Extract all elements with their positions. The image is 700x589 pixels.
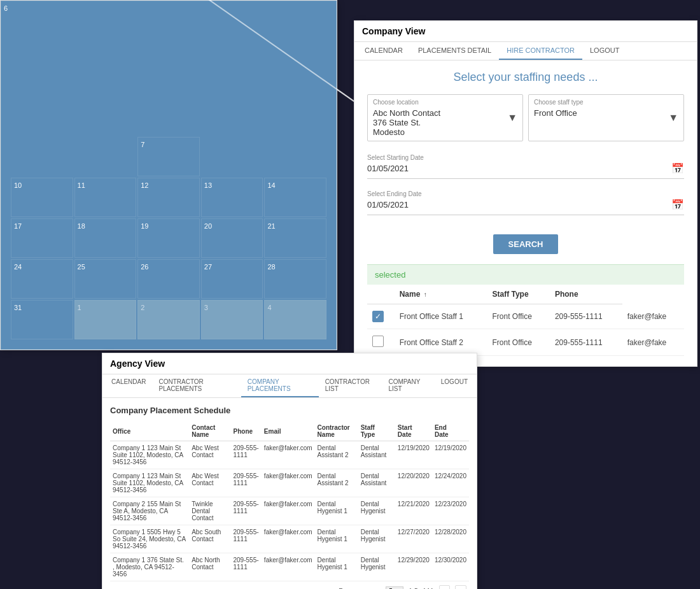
company-tab-logout[interactable]: LOGOUT xyxy=(582,42,627,60)
calendar-cell[interactable]: 25 xyxy=(74,259,137,299)
calendar-week-4: 17 18 19 20 21 xyxy=(11,218,326,258)
staff-type-dropdown-icon: ▼ xyxy=(668,112,678,124)
calendar-cell[interactable]: 27 xyxy=(201,259,263,299)
location-field[interactable]: Choose location Abc North Contact376 Sta… xyxy=(367,94,523,141)
calendar-cell[interactable]: 31 xyxy=(264,94,326,136)
search-button[interactable]: SEARCH xyxy=(493,234,559,254)
calendar-cell[interactable]: 24 xyxy=(11,259,73,299)
staffing-title: Select your staffing needs ... xyxy=(367,71,684,84)
calendar-cell[interactable]: 31 xyxy=(11,300,73,339)
contractor-tab-calendar[interactable]: CALENDAR xyxy=(6,22,67,42)
calendar-cell[interactable]: 21 xyxy=(264,218,326,258)
row-name-1: Front Office Staff 1 xyxy=(395,304,487,329)
company-tab-hire[interactable]: HIRE CONTRACTOR xyxy=(499,42,582,60)
table-footer: Rows per page: 5 1-5 of 11 ‹ › xyxy=(110,581,469,589)
agency-tab-logout[interactable]: LOGOUT xyxy=(435,374,474,397)
calendar-cell[interactable]: 4 xyxy=(74,137,137,176)
day-header-m: M xyxy=(74,77,137,92)
day-header-w: W xyxy=(200,77,263,92)
selected-banner: selected xyxy=(367,264,684,285)
calendar-week-6: 31 1 2 3 4 xyxy=(11,300,326,339)
pagination-next-button[interactable]: › xyxy=(455,585,466,589)
end-date-label: Select Ending Date xyxy=(367,190,684,197)
table-row: Company 1 123 Main St Suite 1102, Modest… xyxy=(110,469,469,497)
calendar-cell[interactable]: 7 xyxy=(137,137,200,176)
calendar-cell[interactable]: 1 xyxy=(74,300,137,339)
col-start-date: StartDate xyxy=(395,422,432,441)
contractor-tab-logout[interactable]: LOGOUT xyxy=(144,22,197,42)
col-contact: ContactName xyxy=(189,422,230,441)
pagination-prev-button[interactable]: ‹ xyxy=(439,585,451,589)
calendar-cell[interactable]: 29 Company2-Twinkle DentalContact xyxy=(137,94,200,136)
rows-per-page: Rows per page: 5 xyxy=(339,586,403,590)
calendar-cell[interactable]: 4 xyxy=(264,300,326,339)
calendar-cell[interactable]: 26 xyxy=(137,259,200,299)
row-name-2: Front Office Staff 2 xyxy=(395,329,487,356)
end-date-field: Select Ending Date 01/05/2021 📅 xyxy=(367,187,684,215)
contractor-nav: CALENDAR ASSIGNMENTS LOGOUT xyxy=(1,22,337,43)
staff-type-value: Front Office xyxy=(534,108,678,118)
calendar-cell[interactable]: 11 xyxy=(74,178,137,217)
calendar-cell[interactable]: 12 xyxy=(137,178,200,217)
location-dropdown-icon: ▼ xyxy=(507,112,517,124)
placement-table-header: Office ContactName Phone Email Contracto… xyxy=(110,422,469,441)
table-row: Company 1 5505 Hwy 5 So Suite 24, Modest… xyxy=(110,525,469,553)
col-header-name[interactable]: Name ↑ xyxy=(395,285,487,304)
staff-type-label: Choose staff type xyxy=(534,99,678,106)
end-date-value: 01/05/2021 xyxy=(367,200,409,209)
calendar-cell[interactable]: 17 xyxy=(11,218,73,258)
location-value: Abc North Contact376 State St.Modesto xyxy=(373,108,517,137)
calendar-container: January 2021 S M T W T 27 28 29 Company2… xyxy=(1,43,337,350)
agency-content: Company Placement Schedule Office Contac… xyxy=(102,398,477,589)
company-panel: Company View CALENDAR PLACEMENTS DETAIL … xyxy=(354,20,697,367)
calendar-week-2: 3 4 5 6 7 xyxy=(11,137,326,176)
calendar-cell[interactable]: 18 xyxy=(74,218,137,258)
calendar-cell[interactable]: 19 xyxy=(137,218,200,258)
agency-tab-company-list[interactable]: COMPANY LIST xyxy=(382,374,434,397)
end-date-calendar-icon[interactable]: 📅 xyxy=(671,199,684,211)
form-row-location-staff: Choose location Abc North Contact376 Sta… xyxy=(367,94,684,141)
location-label: Choose location xyxy=(373,99,517,106)
calendar-cell[interactable]: 10 xyxy=(11,178,73,217)
calendar-weeks: 27 28 29 Company2-Twinkle DentalContact … xyxy=(11,94,326,339)
calendar-cell[interactable]: 28 xyxy=(264,259,326,299)
day-header-t1: T xyxy=(137,77,200,92)
calendar-cell[interactable]: 30 xyxy=(201,94,263,136)
calendar-cell[interactable]: 3 xyxy=(201,300,263,339)
agency-panel-title: Agency View xyxy=(102,353,477,374)
row-phone-1: 209-555-1111 xyxy=(550,304,622,329)
table-row: Company 2 155 Main St Ste A, Modesto, CA… xyxy=(110,497,469,525)
calendar-cell[interactable]: 13 xyxy=(201,178,263,217)
col-header-checkbox xyxy=(367,285,395,304)
agency-nav: CALENDAR CONTRACTOR PLACEMENTS COMPANY P… xyxy=(102,374,477,398)
agency-tab-contractor-list[interactable]: CONTRACTOR LIST xyxy=(319,374,382,397)
col-email: Email xyxy=(262,422,315,441)
row-checkbox-1[interactable]: ✓ xyxy=(367,304,395,329)
day-header-t2: T xyxy=(263,77,326,92)
calendar-cell[interactable]: 27 xyxy=(11,94,73,136)
contractor-tab-assignments[interactable]: ASSIGNMENTS xyxy=(67,22,143,42)
table-row: Company 1 376 State St. , Modesto, CA 94… xyxy=(110,553,469,581)
row-checkbox-2[interactable] xyxy=(367,329,395,356)
calendar-cell[interactable]: 3 xyxy=(11,137,73,176)
row-email-2: faker@fake xyxy=(622,329,684,356)
agency-tab-company-placements[interactable]: COMPANY PLACEMENTS xyxy=(241,374,319,397)
agency-tab-contractor-placements[interactable]: CONTRACTOR PLACEMENTS xyxy=(152,374,241,397)
calendar-cell[interactable]: 2 xyxy=(137,300,200,339)
staff-type-field[interactable]: Choose staff type Front Office ▼ xyxy=(528,94,684,141)
agency-tab-calendar[interactable]: CALENDAR xyxy=(105,374,152,397)
col-header-staff-type: Staff Type xyxy=(487,285,549,304)
rows-per-page-select[interactable]: 5 xyxy=(386,586,403,590)
row-phone-2: 209-555-1111 xyxy=(550,329,622,356)
section-title: Company Placement Schedule xyxy=(110,406,469,415)
calendar-grid: S M T W T 27 28 29 Company2-Twinkle Dent… xyxy=(11,77,326,339)
calendar-cell[interactable]: 14 xyxy=(264,178,326,217)
agency-panel: Agency View CALENDAR CONTRACTOR PLACEMEN… xyxy=(102,353,477,589)
start-date-calendar-icon[interactable]: 📅 xyxy=(671,162,684,174)
calendar-header-row: S M T W T xyxy=(11,77,326,92)
calendar-cell[interactable]: 28 xyxy=(74,94,137,136)
company-tab-placements[interactable]: PLACEMENTS DETAIL xyxy=(410,42,499,60)
calendar-cell[interactable]: 20 xyxy=(201,218,263,258)
company-tab-calendar[interactable]: CALENDAR xyxy=(357,42,410,60)
col-end-date: EndDate xyxy=(432,422,469,441)
